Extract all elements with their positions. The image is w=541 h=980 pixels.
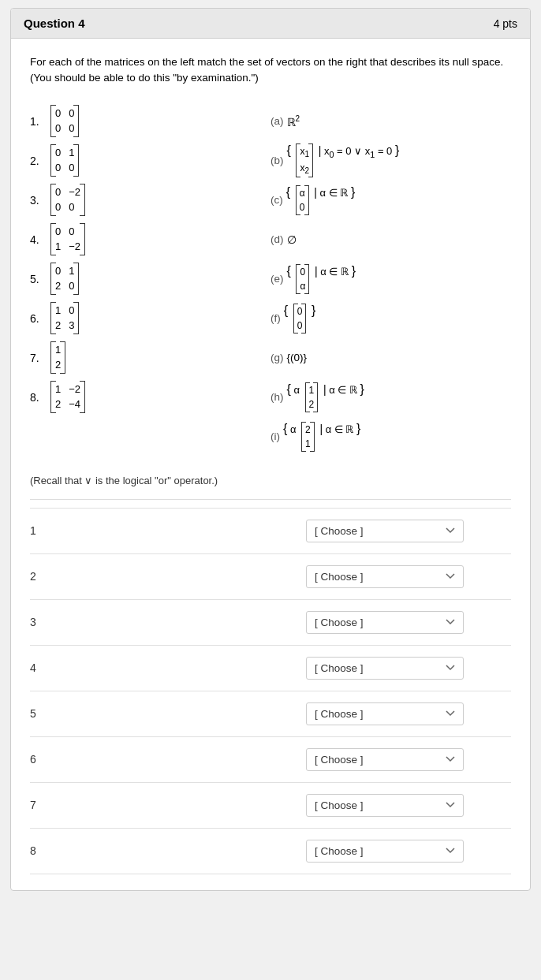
dropdown-label-8: 8	[30, 844, 93, 857]
answer-b: (b) { x1 x2 | x0 = 0 ∨ x1 = 0 }	[270, 143, 511, 178]
answer-expr-g: {(0)}	[287, 352, 308, 363]
matrix-num-5: 5.	[30, 273, 47, 285]
matrix-num-6: 6.	[30, 312, 47, 325]
dropdown-label-5: 5	[30, 707, 93, 720]
dropdown-row-1: 1 [ Choose ] (a) ℝ² (b) x₀=0 ∨ x₁=0 (c) …	[30, 508, 511, 554]
dropdown-wrap-4: [ Choose ] (a) ℝ² (b) x₀=0 ∨ x₁=0 (c) {(…	[306, 657, 464, 680]
answer-i: (i) { α 2 1 | α ∈ ℝ }	[270, 419, 511, 454]
dropdown-wrap-7: [ Choose ] (a) ℝ² (b) x₀=0 ∨ x₁=0 (c) {(…	[306, 794, 464, 817]
answer-label-a: (a)	[270, 115, 284, 127]
points-label: 4 pts	[494, 17, 517, 30]
answer-expr-e: { 0 α | α ∈ ℝ }	[287, 264, 356, 294]
dropdown-label-7: 7	[30, 799, 93, 811]
dropdown-wrap-5: [ Choose ] (a) ℝ² (b) x₀=0 ∨ x₁=0 (c) {(…	[306, 702, 464, 725]
answer-expr-a: ℝ2	[287, 114, 300, 129]
answers-column: (a) ℝ2 (b) { x1 x2 | x0 = 0 ∨ x1 = 0 }	[270, 101, 511, 462]
dropdown-wrap-8: [ Choose ] (a) ℝ² (b) x₀=0 ∨ x₁=0 (c) {(…	[306, 840, 464, 863]
dropdown-3[interactable]: [ Choose ] (a) ℝ² (b) x₀=0 ∨ x₁=0 (c) {(…	[306, 611, 464, 634]
dropdown-label-6: 6	[30, 753, 93, 766]
dropdown-row-8: 8 [ Choose ] (a) ℝ² (b) x₀=0 ∨ x₁=0 (c) …	[30, 829, 511, 874]
matrix-num-8: 8.	[30, 391, 47, 404]
answer-expr-h: { α 1 2 | α ∈ ℝ }	[287, 382, 364, 412]
answer-dropdowns: 1 [ Choose ] (a) ℝ² (b) x₀=0 ∨ x₁=0 (c) …	[30, 508, 511, 874]
answer-label-g: (g)	[270, 352, 284, 363]
dropdown-label-4: 4	[30, 661, 93, 674]
dropdown-wrap-1: [ Choose ] (a) ℝ² (b) x₀=0 ∨ x₁=0 (c) {(…	[306, 520, 464, 542]
dropdown-wrap-2: [ Choose ] (a) ℝ² (b) x₀=0 ∨ x₁=0 (c) {(…	[306, 565, 464, 588]
answer-e: (e) { 0 α | α ∈ ℝ }	[270, 262, 511, 296]
answer-label-c: (c)	[270, 194, 283, 206]
matrix-row-4: 4. 00 1−2	[30, 222, 270, 257]
math-section: 1. 00 00 2. 01 00 3.	[30, 101, 511, 462]
matrix-row-6: 6. 10 23	[30, 301, 270, 336]
matrix-row-1: 1. 00 00	[30, 104, 270, 139]
dropdown-8[interactable]: [ Choose ] (a) ℝ² (b) x₀=0 ∨ x₁=0 (c) {(…	[306, 840, 464, 863]
dropdown-row-4: 4 [ Choose ] (a) ℝ² (b) x₀=0 ∨ x₁=0 (c) …	[30, 646, 511, 691]
dropdown-row-5: 5 [ Choose ] (a) ℝ² (b) x₀=0 ∨ x₁=0 (c) …	[30, 691, 511, 737]
dropdown-6[interactable]: [ Choose ] (a) ℝ² (b) x₀=0 ∨ x₁=0 (c) {(…	[306, 748, 464, 771]
answer-expr-i: { α 2 1 | α ∈ ℝ }	[283, 422, 360, 452]
answer-expr-b: { x1 x2 | x0 = 0 ∨ x1 = 0 }	[287, 143, 400, 177]
dropdown-wrap-3: [ Choose ] (a) ℝ² (b) x₀=0 ∨ x₁=0 (c) {(…	[306, 611, 464, 634]
answer-expr-f: { 0 0 }	[284, 304, 316, 333]
dropdown-label-3: 3	[30, 616, 93, 628]
answer-expr-c: { α 0 | α ∈ ℝ }	[286, 185, 355, 215]
answer-label-e: (e)	[270, 273, 284, 285]
dropdown-row-3: 3 [ Choose ] (a) ℝ² (b) x₀=0 ∨ x₁=0 (c) …	[30, 600, 511, 646]
answer-g: (g) {(0)}	[270, 341, 511, 375]
answer-c: (c) { α 0 | α ∈ ℝ }	[270, 183, 511, 218]
card-header: Question 4 4 pts	[11, 9, 530, 39]
matrix-5: 01 20	[50, 263, 79, 294]
dropdown-label-2: 2	[30, 570, 93, 583]
dropdown-wrap-6: [ Choose ] (a) ℝ² (b) x₀=0 ∨ x₁=0 (c) {(…	[306, 748, 464, 771]
matrix-row-8: 8. 1−2 2−4	[30, 380, 270, 415]
question-title: Question 4	[24, 17, 85, 30]
answer-expr-d: ∅	[287, 233, 297, 246]
matrix-num-4: 4.	[30, 233, 47, 246]
answer-h: (h) { α 1 2 | α ∈ ℝ }	[270, 380, 511, 415]
matrices-column: 1. 00 00 2. 01 00 3.	[30, 101, 270, 462]
matrix-row-7: 7. 1 2	[30, 341, 270, 375]
dropdown-row-7: 7 [ Choose ] (a) ℝ² (b) x₀=0 ∨ x₁=0 (c) …	[30, 783, 511, 829]
question-card: Question 4 4 pts For each of the matrice…	[10, 8, 531, 891]
note-text: (Recall that ∨ is the logical "or" opera…	[30, 475, 511, 486]
answer-f: (f) { 0 0 }	[270, 301, 511, 336]
matrix-1: 00 00	[50, 105, 79, 136]
dropdown-2[interactable]: [ Choose ] (a) ℝ² (b) x₀=0 ∨ x₁=0 (c) {(…	[306, 565, 464, 588]
dropdown-row-2: 2 [ Choose ] (a) ℝ² (b) x₀=0 ∨ x₁=0 (c) …	[30, 554, 511, 600]
matrix-num-1: 1.	[30, 115, 47, 128]
matrix-num-3: 3.	[30, 194, 47, 207]
matrix-num-7: 7.	[30, 352, 47, 364]
dropdown-label-1: 1	[30, 524, 93, 537]
card-body: For each of the matrices on the left mat…	[11, 39, 530, 890]
matrix-row-3: 3. 0−2 00	[30, 183, 270, 218]
dropdown-1[interactable]: [ Choose ] (a) ℝ² (b) x₀=0 ∨ x₁=0 (c) {(…	[306, 520, 464, 542]
matrix-4: 00 1−2	[50, 223, 85, 255]
matrix-row-2: 2. 01 00	[30, 143, 270, 178]
section-divider	[30, 499, 511, 500]
dropdown-row-6: 6 [ Choose ] (a) ℝ² (b) x₀=0 ∨ x₁=0 (c) …	[30, 737, 511, 783]
matrix-row-5: 5. 01 20	[30, 262, 270, 296]
answer-a: (a) ℝ2	[270, 104, 511, 139]
matrix-3: 0−2 00	[50, 184, 85, 215]
matrix-num-2: 2.	[30, 155, 47, 167]
answer-label-f: (f)	[270, 312, 281, 324]
dropdown-4[interactable]: [ Choose ] (a) ℝ² (b) x₀=0 ∨ x₁=0 (c) {(…	[306, 657, 464, 680]
matrix-8: 1−2 2−4	[50, 381, 85, 412]
answer-d: (d) ∅	[270, 222, 511, 257]
answer-label-d: (d)	[270, 233, 284, 245]
dropdown-7[interactable]: [ Choose ] (a) ℝ² (b) x₀=0 ∨ x₁=0 (c) {(…	[306, 794, 464, 817]
dropdown-5[interactable]: [ Choose ] (a) ℝ² (b) x₀=0 ∨ x₁=0 (c) {(…	[306, 702, 464, 725]
matrix-7: 1 2	[50, 341, 65, 373]
instructions-text: For each of the matrices on the left mat…	[30, 54, 511, 87]
matrix-2: 01 00	[50, 144, 79, 176]
answer-label-b: (b)	[270, 155, 284, 166]
answer-label-h: (h)	[270, 391, 284, 403]
matrix-6: 10 23	[50, 302, 79, 333]
answer-label-i: (i)	[270, 430, 280, 442]
